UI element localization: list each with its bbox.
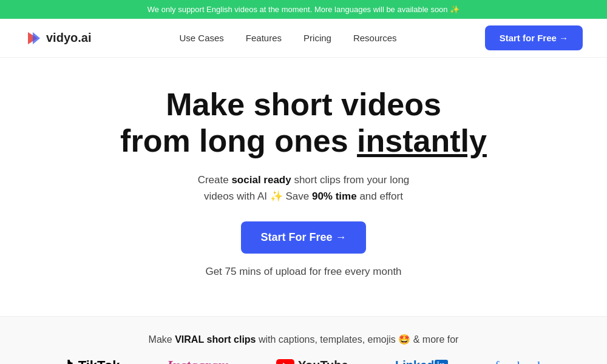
- hero-cta-button[interactable]: Start For Free →: [241, 221, 365, 254]
- strip-text-start: Make: [149, 334, 175, 345]
- nav-resources[interactable]: Resources: [353, 33, 397, 43]
- logo-link[interactable]: vidyo.ai: [24, 30, 91, 47]
- nav-pricing[interactable]: Pricing: [304, 33, 331, 43]
- subtext-plain3: and effort: [357, 190, 403, 202]
- navbar: vidyo.ai Use Cases Features Pricing Reso…: [0, 19, 607, 58]
- banner-text: We only support English videos at the mo…: [148, 5, 459, 14]
- linkedin-text: Linked: [395, 359, 434, 364]
- social-proof-strip: Make VIRAL short clips with captions, te…: [0, 316, 607, 364]
- youtube-icon: [276, 359, 294, 364]
- social-strip-text: Make VIRAL short clips with captions, te…: [24, 334, 583, 345]
- brand-facebook: facebook.: [495, 358, 547, 364]
- tiktok-label: TikTok: [78, 358, 120, 364]
- strip-text-end: with captions, templates, emojis 🤩 & mor…: [256, 334, 459, 345]
- facebook-label: facebook.: [495, 358, 547, 364]
- hero-subtext: Create social ready short clips from you…: [24, 172, 583, 204]
- nav-use-cases[interactable]: Use Cases: [180, 33, 224, 43]
- hero-cta-wrapper: Start For Free →: [24, 221, 583, 261]
- brand-instagram: Instagram: [167, 357, 229, 364]
- brand-youtube: YouTube: [276, 359, 348, 364]
- logo-icon: [24, 30, 41, 47]
- headline-line1: Make short videos: [166, 87, 441, 122]
- logo-text: vidyo.ai: [46, 31, 91, 45]
- headline-line2: from long ones: [120, 123, 357, 158]
- subtext-bold1: social ready: [231, 174, 291, 186]
- announcement-banner: We only support English videos at the mo…: [0, 0, 607, 19]
- strip-viral: VIRAL: [175, 334, 204, 345]
- hero-headline: Make short videos from long ones instant…: [24, 87, 583, 160]
- strip-short-clips: short clips: [204, 334, 256, 345]
- hero-sub-note: Get 75 mins of upload for free every mon…: [24, 263, 583, 280]
- nav-links: Use Cases Features Pricing Resources: [180, 33, 397, 44]
- linkedin-box: in: [435, 360, 448, 364]
- nav-features[interactable]: Features: [246, 33, 282, 43]
- instagram-label: Instagram: [167, 357, 229, 364]
- brand-linkedin: Linkedin: [395, 359, 448, 364]
- brands-row: TikTok Instagram YouTube Linkedin facebo…: [24, 357, 583, 364]
- youtube-label: YouTube: [298, 359, 348, 364]
- brand-tiktok: TikTok: [60, 358, 120, 364]
- subtext-plain1: Create: [198, 174, 232, 186]
- subtext-bold2: 90% time: [312, 190, 357, 202]
- subtext-line2: videos with AI ✨ Save: [204, 190, 312, 202]
- subtext-plain2: short clips from your long: [291, 174, 410, 186]
- navbar-cta-button[interactable]: Start for Free →: [485, 25, 583, 50]
- hero-section: Make short videos from long ones instant…: [0, 58, 607, 316]
- headline-underline: instantly: [357, 123, 487, 158]
- tiktok-icon: [60, 359, 75, 364]
